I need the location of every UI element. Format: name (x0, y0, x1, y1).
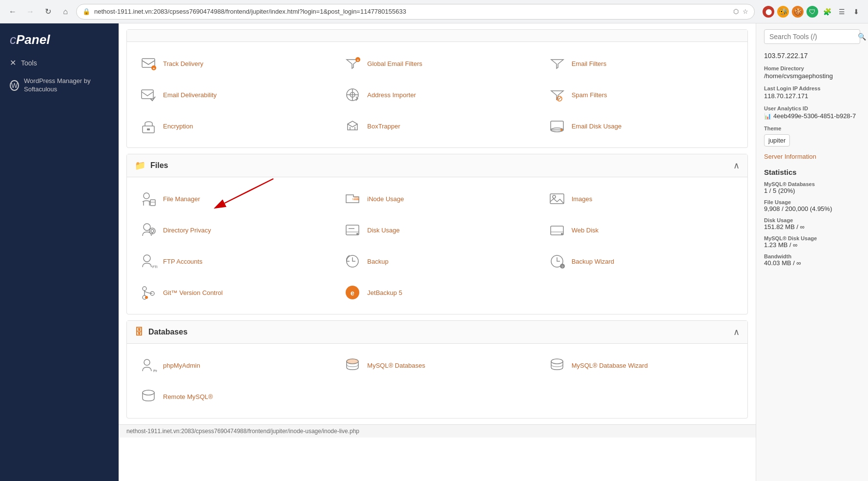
download-icon[interactable]: ⬇ (850, 6, 862, 18)
svg-point-21 (144, 193, 149, 199)
images-icon (547, 189, 567, 209)
svg-line-11 (558, 97, 561, 100)
ext-icon-5[interactable]: 🧩 (821, 6, 833, 18)
svg-point-59 (143, 390, 154, 395)
spam-filters-label: Spam Filters (572, 91, 607, 99)
stat-mysql-disk-usage: MySQL® Disk Usage 1.23 MB / ∞ (764, 235, 860, 249)
databases-items-grid: PHP phpMyAdmin (127, 344, 747, 418)
forward-button[interactable]: → (23, 5, 37, 19)
grid-item-backup-wizard[interactable]: ? Backup Wizard (539, 246, 744, 277)
boxtrapper-label: BoxTrapper (367, 123, 400, 130)
main-content: + Track Delivery + (119, 23, 756, 481)
grid-item-address-importer[interactable]: Address Importer (335, 79, 539, 110)
grid-item-mysql-databases[interactable]: MySQL® Databases (335, 350, 539, 381)
ext-icon-3[interactable]: 🍪 (792, 6, 804, 18)
grid-item-web-disk[interactable]: Web Disk (539, 214, 744, 246)
remote-mysql-label: Remote MySQL® (163, 393, 213, 400)
email-filters-label: Email Filters (572, 60, 607, 67)
file-usage-stat-label: File Usage (764, 199, 860, 205)
ext-icon-1[interactable]: ⬤ (763, 6, 774, 18)
sidebar: cPanel ✕ Tools W WordPress Manager by So… (0, 23, 119, 481)
sidebar-item-tools[interactable]: ✕ Tools (0, 53, 119, 72)
ext-icon-6[interactable]: ☰ (836, 6, 847, 18)
mysql-db-stat-value: 1 / 5 (20%) (764, 187, 860, 194)
phpmyadmin-label: phpMyAdmin (163, 362, 200, 369)
svg-rect-28 (550, 194, 564, 204)
mysql-database-wizard-icon (547, 356, 567, 375)
grid-item-encryption[interactable]: Encryption (131, 110, 335, 142)
grid-item-ftp-accounts[interactable]: FTP FTP Accounts (131, 246, 335, 277)
section-email-header (127, 30, 747, 42)
grid-item-directory-privacy[interactable]: Directory Privacy (131, 214, 335, 246)
svg-point-51 (145, 296, 148, 299)
section-databases-title: 🗄 Databases (135, 327, 187, 337)
grid-item-backup[interactable]: Backup (335, 246, 539, 277)
git-version-control-icon (139, 283, 158, 302)
grid-item-global-email-filters[interactable]: + Global Email Filters (335, 48, 539, 79)
mysql-disk-stat-value: 1.23 MB / ∞ (764, 241, 860, 249)
info-sidebar: 🔍 103.57.222.17 Home Directory /home/cvs… (756, 23, 868, 481)
home-button[interactable]: ⌂ (59, 5, 72, 19)
disk-usage-label: Disk Usage (367, 227, 399, 234)
grid-item-file-manager[interactable]: File Manager (131, 183, 335, 214)
back-button[interactable]: ← (6, 5, 20, 19)
grid-item-jetbackup5[interactable]: e JetBackup 5 (335, 277, 539, 308)
stat-file-usage: File Usage 9,908 / 200,000 (4.95%) (764, 199, 860, 212)
last-login-label: Last Login IP Address (764, 85, 860, 91)
url-text: nethost-1911.inet.vn:2083/cpsess76904749… (94, 8, 729, 15)
files-label: Files (150, 161, 168, 170)
mysql-db-stat-label: MySQL® Databases (764, 181, 860, 187)
section-databases-header: 🗄 Databases ∧ (127, 321, 747, 344)
grid-item-phpmyadmin[interactable]: PHP phpMyAdmin (131, 350, 335, 381)
email-items-grid: + Track Delivery + (127, 42, 747, 147)
boxtrapper-icon (343, 116, 362, 136)
sidebar-item-wordpress[interactable]: W WordPress Manager by Softaculous (0, 72, 119, 99)
tools-icon: ✕ (10, 58, 16, 67)
svg-point-57 (347, 359, 358, 364)
databases-collapse-button[interactable]: ∧ (733, 327, 740, 337)
last-login-row: Last Login IP Address 118.70.127.171 (764, 85, 860, 100)
directory-privacy-label: Directory Privacy (163, 227, 211, 234)
user-analytics-value: 📊4eeb499e-5306-4851-b928-7 (764, 112, 860, 120)
grid-item-mysql-database-wizard[interactable]: MySQL® Database Wizard (539, 350, 744, 381)
ext-icon-2[interactable]: 🐝 (777, 6, 789, 18)
section-files: 📁 Files ∧ (126, 154, 748, 314)
address-bar[interactable]: 🔒 nethost-1911.inet.vn:2083/cpsess769047… (76, 4, 755, 20)
ext-icon-4[interactable]: 🛡 (806, 6, 818, 18)
stat-disk-usage: Disk Usage 151.82 MB / ∞ (764, 217, 860, 230)
mysql-database-wizard-label: MySQL® Database Wizard (572, 362, 648, 369)
theme-label: Theme (764, 125, 860, 131)
grid-item-inode-usage[interactable]: Node iNode Usage (335, 183, 539, 214)
grid-item-email-disk-usage[interactable]: Email Disk Usage (539, 110, 744, 142)
grid-item-images[interactable]: Images (539, 183, 744, 214)
bandwidth-stat-value: 40.03 MB / ∞ (764, 259, 860, 267)
grid-item-git-version-control[interactable]: Git™ Version Control (131, 277, 335, 308)
svg-text:Node: Node (352, 198, 360, 201)
last-login-value: 118.70.127.171 (764, 92, 860, 100)
databases-label: Databases (148, 328, 187, 336)
grid-item-remote-mysql[interactable]: Remote MySQL® (131, 381, 335, 412)
svg-text:+: + (357, 58, 359, 63)
email-deliverability-icon (139, 85, 158, 105)
grid-item-boxtrapper[interactable]: BoxTrapper (335, 110, 539, 142)
jetbackup5-label: JetBackup 5 (367, 289, 402, 296)
browser-chrome: ← → ↻ ⌂ 🔒 nethost-1911.inet.vn:2083/cpse… (0, 0, 868, 23)
grid-item-email-deliverability[interactable]: Email Deliverability (131, 79, 335, 110)
grid-item-email-filters[interactable]: Email Filters (539, 48, 744, 79)
grid-item-track-delivery[interactable]: + Track Delivery (131, 48, 335, 79)
track-delivery-icon: + (139, 54, 158, 73)
share-icon: ⬡ (733, 8, 739, 15)
encryption-label: Encryption (163, 123, 193, 130)
files-collapse-button[interactable]: ∧ (733, 160, 740, 171)
reload-button[interactable]: ↻ (41, 5, 55, 19)
svg-point-58 (551, 359, 563, 364)
grid-item-disk-usage[interactable]: Disk Usage (335, 214, 539, 246)
search-tools-box[interactable]: 🔍 (764, 29, 860, 44)
grid-item-spam-filters[interactable]: Spam Filters (539, 79, 744, 110)
server-information-link[interactable]: Server Information (764, 153, 816, 160)
address-importer-label: Address Importer (367, 91, 416, 99)
svg-text:e: e (351, 289, 354, 297)
right-panel: + Track Delivery + (119, 23, 868, 481)
backup-label: Backup (367, 258, 388, 265)
search-tools-input[interactable] (769, 33, 855, 41)
